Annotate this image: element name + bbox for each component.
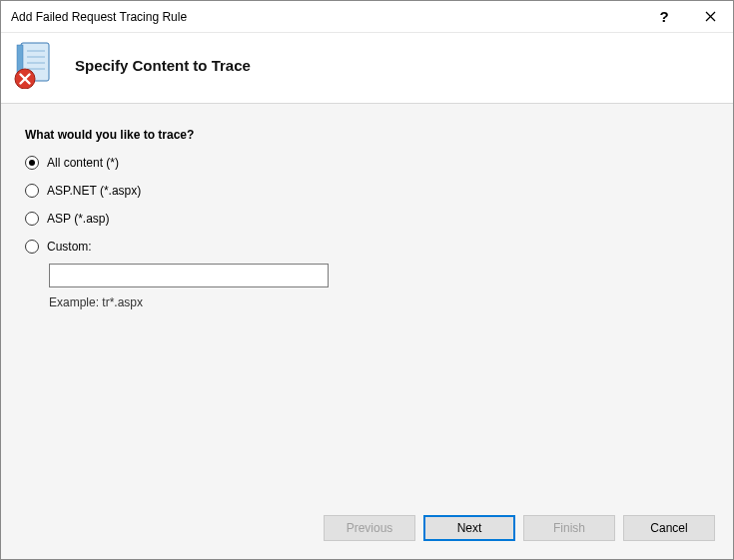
radio-aspnet[interactable]: ASP.NET (*.aspx): [25, 184, 709, 198]
custom-block: Example: tr*.aspx: [49, 264, 709, 309]
radio-indicator: [25, 184, 39, 198]
wizard-footer: Previous Next Finish Cancel: [1, 501, 733, 559]
trace-question-label: What would you like to trace?: [25, 128, 709, 142]
radio-label: ASP (*.asp): [47, 212, 109, 226]
radio-indicator: [25, 212, 39, 226]
radio-indicator: [25, 240, 39, 254]
previous-button[interactable]: Previous: [324, 515, 415, 541]
radio-label: All content (*): [47, 156, 119, 170]
cancel-button[interactable]: Cancel: [623, 515, 715, 541]
help-button[interactable]: ?: [641, 1, 687, 32]
finish-button[interactable]: Finish: [523, 515, 615, 541]
titlebar-controls: ?: [641, 1, 733, 32]
next-button[interactable]: Next: [423, 515, 515, 541]
window-title: Add Failed Request Tracing Rule: [11, 10, 641, 24]
wizard-dialog: Add Failed Request Tracing Rule ?: [0, 0, 734, 560]
titlebar: Add Failed Request Tracing Rule ?: [1, 1, 733, 33]
radio-asp[interactable]: ASP (*.asp): [25, 212, 709, 226]
wizard-header: Specify Content to Trace: [1, 33, 733, 104]
close-icon: [705, 11, 716, 22]
radio-label: ASP.NET (*.aspx): [47, 184, 141, 198]
header-notebook-error-icon: [11, 41, 59, 89]
wizard-step-title: Specify Content to Trace: [75, 57, 251, 74]
radio-indicator: [25, 156, 39, 170]
custom-pattern-input[interactable]: [49, 264, 329, 287]
radio-all-content[interactable]: All content (*): [25, 156, 709, 170]
radio-custom[interactable]: Custom:: [25, 240, 709, 254]
help-icon: ?: [659, 8, 668, 25]
wizard-content: What would you like to trace? All conten…: [1, 104, 733, 501]
close-button[interactable]: [687, 1, 733, 32]
radio-label: Custom:: [47, 240, 92, 254]
custom-example-label: Example: tr*.aspx: [49, 295, 709, 309]
